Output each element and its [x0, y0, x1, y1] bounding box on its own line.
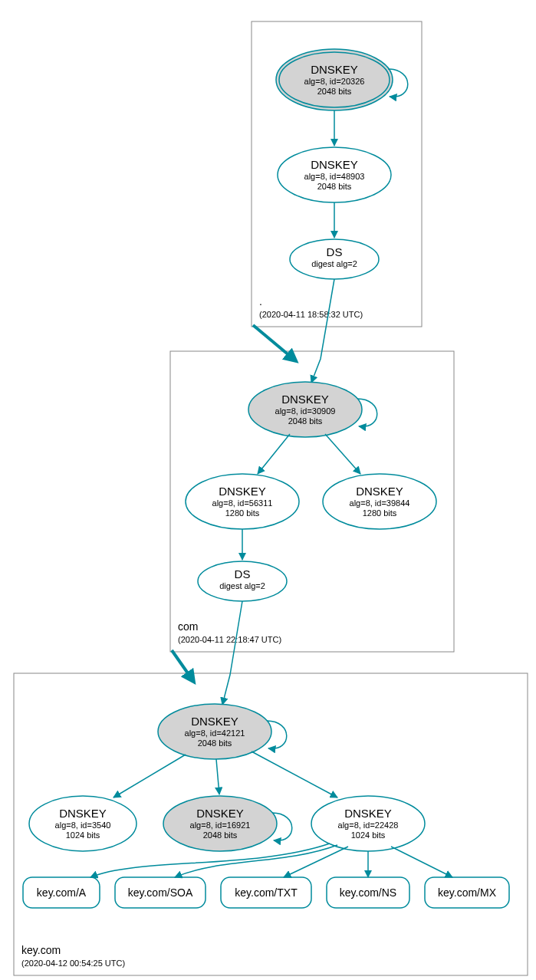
svg-text:DNSKEY: DNSKEY	[344, 807, 392, 820]
zone-key-timestamp: (2020-04-12 00:54:25 UTC)	[21, 959, 125, 968]
edge-key-z3-mx	[391, 847, 452, 877]
svg-text:alg=8, id=42121: alg=8, id=42121	[185, 728, 245, 738]
zone-root-label: .	[259, 295, 262, 307]
svg-text:DNSKEY: DNSKEY	[219, 485, 266, 498]
svg-text:DS: DS	[235, 567, 251, 580]
node-root-ds: DS digest alg=2	[290, 239, 379, 279]
edge-key-ksk-z2	[216, 759, 219, 794]
svg-text:alg=8, id=22428: alg=8, id=22428	[338, 821, 399, 830]
svg-text:alg=8, id=16921: alg=8, id=16921	[190, 821, 251, 830]
edge-key-ksk-z3	[252, 751, 337, 797]
svg-text:alg=8, id=3540: alg=8, id=3540	[55, 821, 111, 830]
edge-root-ds-com-ksk	[311, 279, 334, 383]
svg-text:DS: DS	[327, 245, 343, 258]
edge-com-key-delegation	[172, 650, 193, 681]
svg-text:digest alg=2: digest alg=2	[219, 581, 265, 590]
svg-text:key.com/A: key.com/A	[37, 886, 87, 899]
svg-text:DNSKEY: DNSKEY	[281, 393, 329, 406]
svg-text:DNSKEY: DNSKEY	[311, 63, 358, 76]
svg-text:DNSKEY: DNSKEY	[59, 807, 107, 820]
zone-com-timestamp: (2020-04-11 22:18:47 UTC)	[178, 635, 281, 644]
node-key-zsk3: DNSKEY alg=8, id=22428 1024 bits	[311, 796, 425, 851]
edge-com-ksk-z2	[325, 434, 360, 474]
edge-com-ksk-z1	[258, 434, 290, 474]
svg-text:2048 bits: 2048 bits	[288, 416, 323, 426]
dnssec-graph: . (2020-04-11 18:58:32 UTC) DNSKEY alg=8…	[0, 0, 536, 980]
svg-text:key.com/SOA: key.com/SOA	[128, 886, 193, 899]
svg-text:alg=8, id=20326: alg=8, id=20326	[304, 77, 365, 86]
node-com-ds: DS digest alg=2	[198, 561, 287, 601]
edge-root-com-delegation	[253, 325, 295, 360]
svg-text:alg=8, id=56311: alg=8, id=56311	[212, 498, 273, 508]
record-a: key.com/A	[23, 877, 100, 908]
svg-text:2048 bits: 2048 bits	[317, 182, 352, 191]
svg-text:1280 bits: 1280 bits	[363, 508, 397, 518]
svg-text:key.com/MX: key.com/MX	[438, 886, 497, 899]
svg-text:key.com/NS: key.com/NS	[340, 886, 396, 899]
svg-text:1280 bits: 1280 bits	[225, 508, 260, 518]
svg-text:DNSKEY: DNSKEY	[191, 715, 238, 728]
node-root-ksk: DNSKEY alg=8, id=20326 2048 bits	[276, 49, 393, 110]
edge-key-ksk-z1	[113, 755, 186, 797]
svg-text:DNSKEY: DNSKEY	[196, 807, 244, 820]
node-com-zsk2: DNSKEY alg=8, id=39844 1280 bits	[323, 474, 436, 529]
svg-text:alg=8, id=48903: alg=8, id=48903	[304, 172, 365, 181]
node-root-zsk: DNSKEY alg=8, id=48903 2048 bits	[278, 147, 391, 202]
svg-text:2048 bits: 2048 bits	[198, 738, 232, 748]
zone-com-label: com	[178, 620, 198, 633]
svg-text:digest alg=2: digest alg=2	[311, 259, 357, 268]
zone-key-label: key.com	[21, 944, 61, 956]
record-soa: key.com/SOA	[115, 877, 206, 908]
zone-root-timestamp: (2020-04-11 18:58:32 UTC)	[259, 310, 363, 319]
svg-text:key.com/TXT: key.com/TXT	[235, 886, 298, 899]
record-ns: key.com/NS	[327, 877, 409, 908]
node-key-zsk2: DNSKEY alg=8, id=16921 2048 bits	[163, 796, 277, 851]
svg-text:2048 bits: 2048 bits	[317, 87, 352, 96]
node-key-ksk: DNSKEY alg=8, id=42121 2048 bits	[158, 704, 271, 759]
svg-text:alg=8, id=30909: alg=8, id=30909	[275, 406, 336, 416]
svg-text:1024 bits: 1024 bits	[66, 830, 100, 840]
record-txt: key.com/TXT	[221, 877, 311, 908]
svg-text:DNSKEY: DNSKEY	[356, 485, 403, 498]
svg-text:2048 bits: 2048 bits	[203, 830, 238, 840]
record-mx: key.com/MX	[425, 877, 509, 908]
node-com-zsk1: DNSKEY alg=8, id=56311 1280 bits	[186, 474, 299, 529]
svg-text:1024 bits: 1024 bits	[351, 830, 386, 840]
svg-text:DNSKEY: DNSKEY	[311, 158, 358, 171]
node-key-zsk1: DNSKEY alg=8, id=3540 1024 bits	[29, 796, 136, 851]
svg-text:alg=8, id=39844: alg=8, id=39844	[350, 498, 410, 508]
edge-com-ds-key-ksk	[222, 601, 242, 705]
node-com-ksk: DNSKEY alg=8, id=30909 2048 bits	[248, 382, 362, 437]
